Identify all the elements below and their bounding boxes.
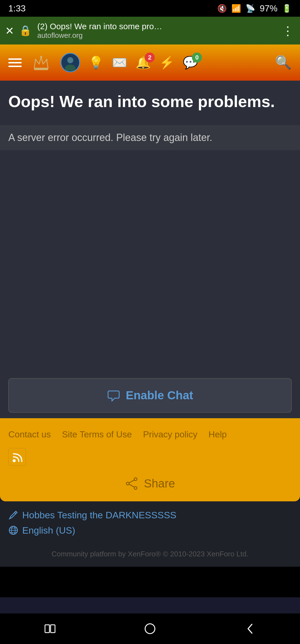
- share-button[interactable]: Share: [8, 477, 292, 490]
- home-button[interactable]: [139, 620, 161, 637]
- language-selector[interactable]: English (US): [8, 525, 292, 536]
- mute-icon: 🔇: [217, 4, 227, 13]
- svg-point-3: [35, 59, 36, 61]
- status-icons: 🔇 📶 📡 97% 🔋: [217, 3, 292, 14]
- wifi-icon: 📶: [231, 4, 241, 13]
- signal-icon: 📡: [246, 4, 255, 13]
- battery-display: 97%: [260, 3, 278, 14]
- enable-chat-section: Enable Chat: [0, 373, 300, 418]
- svg-point-12: [126, 482, 129, 485]
- svg-line-13: [129, 480, 134, 483]
- contact-us-link[interactable]: Contact us: [8, 429, 51, 440]
- privacy-link[interactable]: Privacy policy: [143, 429, 198, 440]
- pencil-icon: [8, 510, 18, 520]
- crown-icon: [31, 53, 51, 72]
- terms-link[interactable]: Site Terms of Use: [62, 429, 132, 440]
- help-link[interactable]: Help: [209, 429, 227, 440]
- svg-rect-1: [34, 68, 48, 70]
- recents-button[interactable]: [39, 620, 61, 637]
- browser-url-area[interactable]: (2) Oops! We ran into some pro… autoflow…: [37, 22, 276, 40]
- error-section: Oops! We ran into some problems.: [0, 81, 300, 125]
- error-subtitle: A server error occurred. Please try agai…: [8, 131, 292, 145]
- chat-bubble-icon: [107, 389, 120, 402]
- globe-icon: [8, 525, 18, 535]
- lock-icon: 🔒: [19, 25, 32, 36]
- svg-line-14: [129, 484, 134, 487]
- enable-chat-button[interactable]: Enable Chat: [8, 378, 292, 413]
- svg-point-4: [46, 59, 48, 61]
- android-nav-bar: [0, 613, 300, 644]
- bulb-icon[interactable]: 💡: [88, 55, 104, 70]
- mail-icon[interactable]: ✉️: [112, 55, 127, 70]
- close-tab-button[interactable]: ×: [6, 23, 14, 39]
- user-name-label: Hobbes Testing the DARKNESSSSS: [22, 510, 176, 521]
- rss-icon: [11, 451, 23, 463]
- site-footer: Contact us Site Terms of Use Privacy pol…: [0, 418, 300, 501]
- status-bar: 1:33 🔇 📶 📡 97% 🔋: [0, 0, 300, 17]
- domain-label: autoflower.org: [37, 31, 276, 40]
- back-button[interactable]: [239, 620, 261, 637]
- empty-content-area: [0, 150, 300, 373]
- chat-button[interactable]: 💬 0: [183, 55, 198, 70]
- battery-icon: 🔋: [282, 4, 292, 13]
- site-nav: 💡 ✉️ 🔔 2 ⚡ 💬 0 🔍: [0, 44, 300, 81]
- time-display: 1:33: [8, 3, 26, 14]
- powered-by-text: Community platform by XenForo® © 2010-20…: [8, 544, 292, 558]
- svg-point-9: [13, 459, 16, 462]
- svg-rect-22: [51, 625, 55, 633]
- language-label: English (US): [22, 525, 75, 536]
- svg-point-11: [134, 487, 137, 489]
- svg-rect-23: [145, 624, 155, 633]
- svg-point-6: [67, 57, 73, 63]
- share-icon: [125, 477, 138, 490]
- site-logo[interactable]: [30, 51, 52, 74]
- svg-marker-0: [34, 57, 48, 68]
- footer-links: Contact us Site Terms of Use Privacy pol…: [8, 429, 292, 440]
- rss-button[interactable]: [8, 448, 26, 466]
- browser-menu-button[interactable]: ⋮: [282, 24, 294, 38]
- page-title-bar: (2) Oops! We ran into some pro…: [37, 22, 276, 31]
- error-subtitle-area: A server error occurred. Please try agai…: [0, 125, 300, 150]
- user-profile-link[interactable]: Hobbes Testing the DARKNESSSSS: [8, 510, 292, 521]
- search-button[interactable]: 🔍: [275, 55, 292, 70]
- chat-badge: 0: [192, 53, 202, 63]
- svg-point-2: [40, 56, 42, 58]
- below-footer: Hobbes Testing the DARKNESSSSS English (…: [0, 501, 300, 567]
- notification-badge: 2: [145, 53, 155, 63]
- activity-icon[interactable]: ⚡: [159, 55, 174, 70]
- notifications-button[interactable]: 🔔 2: [136, 55, 151, 70]
- svg-point-10: [134, 478, 137, 480]
- hamburger-menu-button[interactable]: [8, 58, 22, 67]
- user-avatar[interactable]: [61, 53, 80, 72]
- error-title: Oops! We ran into some problems.: [8, 92, 292, 111]
- browser-bar: × 🔒 (2) Oops! We ran into some pro… auto…: [0, 17, 300, 44]
- share-label: Share: [144, 477, 175, 490]
- svg-line-15: [15, 512, 16, 514]
- svg-rect-21: [45, 625, 49, 633]
